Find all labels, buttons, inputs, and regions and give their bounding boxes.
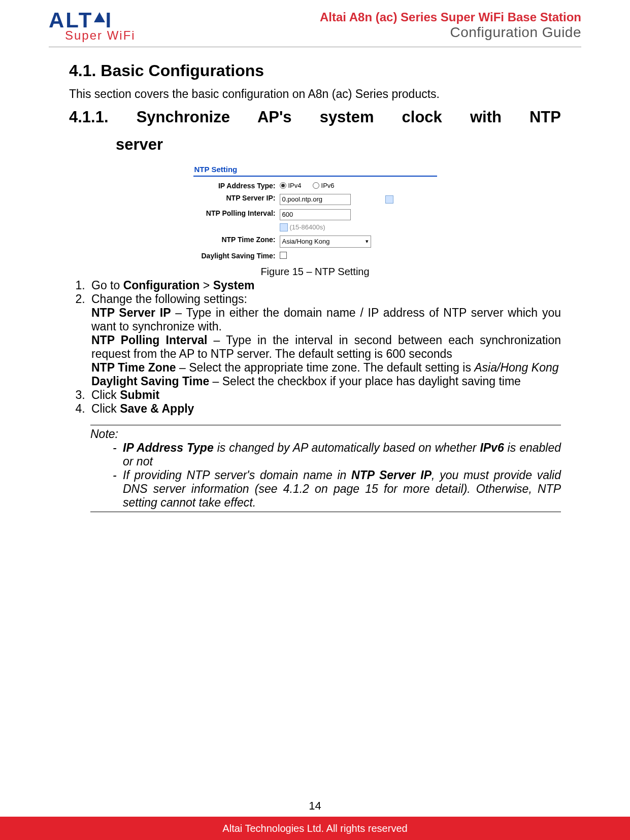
ipv4-radio[interactable] [280,182,286,189]
step-2: Change the following settings: NTP Serve… [88,292,561,388]
section-heading-2-line1: 4.1.1. Synchronize AP's system clock wit… [69,108,561,126]
doc-title: Configuration Guide [320,24,581,41]
ntp-time-zone-value: Asia/Hong Kong [282,238,330,245]
logo: ALTI Super WiFi [49,10,136,43]
note-title: Note: [90,427,561,441]
ntp-polling-interval-input[interactable] [280,209,351,220]
ntp-setting-panel: NTP Setting IP Address Type: IPv4 IPv6 N… [193,163,437,264]
logo-triangle-icon [94,12,105,22]
logo-text-2: I [106,10,113,30]
step-3: Click Submit [88,388,561,402]
ip-address-type-label: IP Address Type: [193,182,280,190]
steps-list: Go to Configuration > System Change the … [79,279,561,416]
ntp-panel-title: NTP Setting [193,163,437,177]
section-heading-2-line2: server [116,136,561,154]
ntp-polling-interval-label: NTP Polling Interval: [193,209,280,217]
step-1: Go to Configuration > System [88,279,561,292]
product-line-title: Altai A8n (ac) Series Super WiFi Base St… [320,10,581,24]
page-number: 14 [0,799,630,813]
note-item-2: - If providing NTP server's domain name … [113,468,561,510]
chevron-down-icon: ▾ [366,238,369,245]
ipv4-radio-label: IPv4 [288,182,302,189]
ntp-server-ip-input[interactable] [280,194,351,205]
ntp-time-zone-label: NTP Time Zone: [193,236,280,244]
section-intro: This section covers the basic configurat… [69,87,561,101]
logo-text-1: ALT [49,10,93,30]
page-header: ALTI Super WiFi Altai A8n (ac) Series Su… [49,10,581,47]
ipv6-radio-label: IPv6 [321,182,335,189]
ntp-server-ip-label: NTP Server IP: [193,194,280,202]
section-heading-1: 4.1. Basic Configurations [69,61,561,80]
logo-subtitle: Super WiFi [65,28,136,43]
field-help-icon[interactable] [385,195,393,204]
daylight-saving-time-label: Daylight Saving Time: [193,252,280,260]
step-4: Click Save & Apply [88,402,561,416]
polling-help-icon[interactable] [280,223,288,231]
figure-caption: Figure 15 – NTP Setting [69,266,561,278]
ipv6-radio[interactable] [313,182,319,189]
note-block: Note: - IP Address Type is changed by AP… [90,425,561,512]
daylight-saving-checkbox[interactable] [280,252,287,259]
note-item-1: - IP Address Type is changed by AP autom… [113,441,561,468]
polling-hint: (15-86400s) [290,223,325,231]
ntp-time-zone-select[interactable]: Asia/Hong Kong ▾ [280,236,371,248]
footer-bar: Altai Technologies Ltd. All rights reser… [0,817,630,840]
